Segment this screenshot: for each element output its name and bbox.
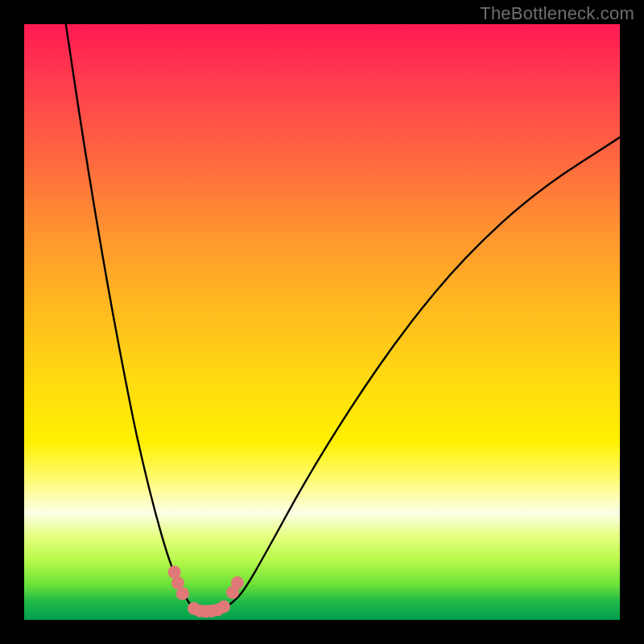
data-marker: [217, 601, 230, 613]
chart-overlay: [24, 24, 620, 620]
data-marker: [176, 587, 189, 600]
watermark-text: TheBottleneck.com: [480, 3, 634, 24]
curve-path: [66, 24, 620, 611]
marker-group: [168, 566, 244, 618]
chart-frame: TheBottleneck.com: [0, 0, 644, 644]
data-marker: [231, 576, 244, 589]
